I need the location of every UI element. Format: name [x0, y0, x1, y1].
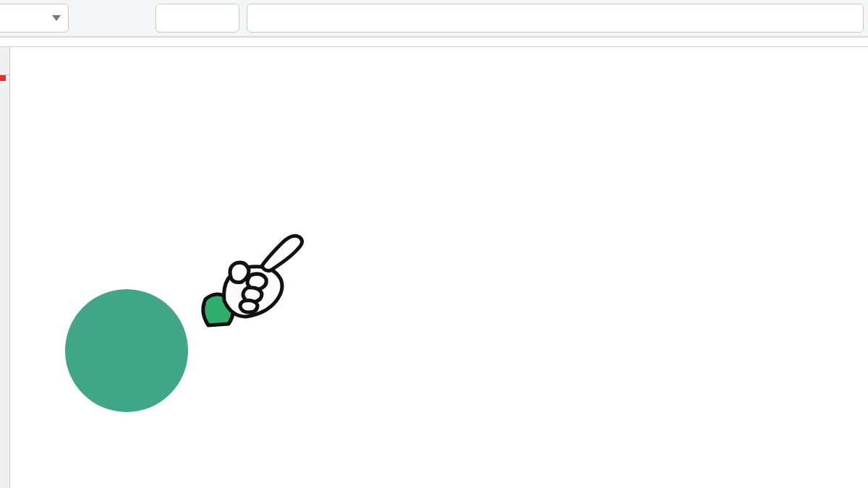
- row-headers: [0, 75, 10, 488]
- step-badge: [65, 289, 188, 412]
- grid-area: [0, 75, 868, 488]
- formula-bar: [0, 0, 868, 38]
- select-all-corner[interactable]: [0, 47, 10, 75]
- pointing-hand-icon: [195, 231, 311, 343]
- fill-handle[interactable]: [0, 75, 7, 82]
- formula-input[interactable]: [247, 4, 864, 33]
- formula-controls: [156, 4, 239, 33]
- name-box[interactable]: [0, 4, 69, 33]
- column-headers: [0, 46, 868, 75]
- cells[interactable]: [10, 75, 868, 488]
- chevron-down-icon[interactable]: [52, 15, 61, 21]
